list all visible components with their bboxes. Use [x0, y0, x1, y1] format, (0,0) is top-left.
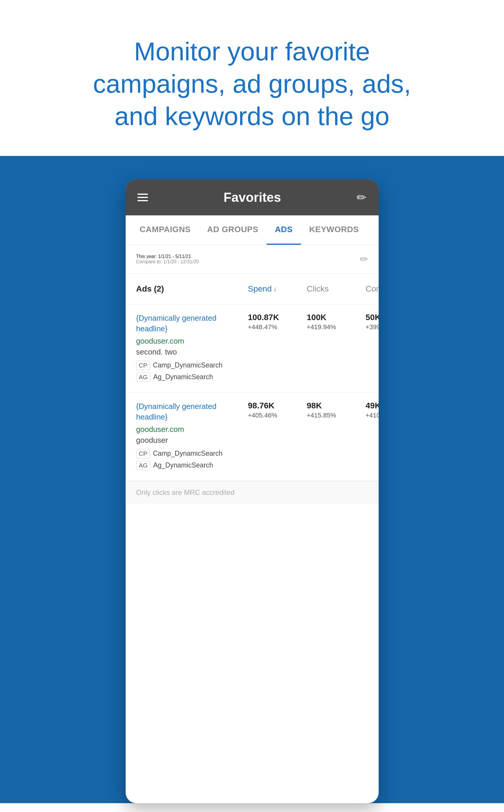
date-range-row: This year: 1/1/21 - 5/11/21 Compare to: … [126, 245, 379, 274]
ad-url[interactable]: gooduser.com [136, 337, 233, 346]
conv-col: 49K +410.35% [361, 401, 379, 419]
col-header-clicks[interactable]: Clicks [302, 279, 361, 298]
hero-title: Monitor your favorite campaigns, ad grou… [90, 35, 414, 132]
app-container: Favorites ✏ CAMPAIGNS AD GROUPS ADS KEYW… [0, 156, 504, 803]
ad-description: gooduser [136, 436, 233, 445]
tab-campaigns[interactable]: CAMPAIGNS [132, 215, 199, 245]
table-header: Ads (2) Spend ↓ Clicks Conv. C... [126, 274, 379, 305]
pencil-icon[interactable]: ✏ [357, 191, 367, 204]
campaign-tag-row: CP Camp_DynamicSearch [136, 361, 233, 370]
date-compare: Compare to: 1/1/20 - 12/31/20 [136, 259, 199, 264]
clicks-change: +415.85% [307, 412, 356, 419]
conv-change: +399.59% [366, 323, 379, 331]
spend-col: 100.87K +448.47% [243, 313, 302, 331]
row-name-col: {Dynamically generated headline} gooduse… [126, 401, 243, 472]
ad-url[interactable]: gooduser.com [136, 425, 233, 434]
clicks-value: 100K [307, 313, 356, 322]
hero-section: Monitor your favorite campaigns, ad grou… [0, 0, 504, 156]
spend-change: +405.46% [248, 412, 297, 419]
col-header-name: Ads (2) [126, 279, 243, 298]
ag-badge: AG [136, 372, 150, 382]
conv-change: +410.35% [366, 412, 379, 419]
tab-adgroups[interactable]: AD GROUPS [199, 215, 267, 245]
col-header-spend[interactable]: Spend ↓ [243, 279, 302, 298]
adgroup-name: Ag_DynamicSearch [153, 461, 213, 469]
tab-keywords[interactable]: KEYWORDS [301, 215, 367, 245]
adgroup-tag-row: AG Ag_DynamicSearch [136, 372, 233, 382]
date-primary: This year: 1/1/21 - 5/11/21 [136, 254, 199, 259]
table-row: {Dynamically generated headline} gooduse… [126, 393, 379, 481]
campaign-tag-row: CP Camp_DynamicSearch [136, 449, 233, 458]
ag-badge: AG [136, 461, 150, 470]
conv-value: 49K [366, 401, 379, 410]
clicks-change: +419.94% [307, 323, 356, 331]
adgroup-name: Ag_DynamicSearch [153, 373, 213, 381]
ad-description: second. two [136, 347, 233, 357]
phone-card: Favorites ✏ CAMPAIGNS AD GROUPS ADS KEYW… [126, 179, 379, 803]
row-name-col: {Dynamically generated headline} gooduse… [126, 313, 243, 384]
sort-arrow-icon: ↓ [273, 285, 277, 293]
clicks-value: 98K [307, 401, 356, 410]
tab-ads[interactable]: ADS [267, 215, 301, 245]
spend-value: 100.87K [248, 313, 297, 322]
date-range-text: This year: 1/1/21 - 5/11/21 Compare to: … [136, 254, 199, 264]
spend-col: 98.76K +405.46% [243, 401, 302, 419]
tab-bar: CAMPAIGNS AD GROUPS ADS KEYWORDS [126, 215, 379, 245]
campaign-name: Camp_DynamicSearch [153, 361, 222, 369]
date-edit-icon[interactable]: ✏ [360, 253, 368, 265]
table-row: {Dynamically generated headline} gooduse… [126, 305, 379, 393]
clicks-col: 100K +419.94% [302, 313, 361, 331]
footer-note: Only clicks are MRC accredited [126, 481, 379, 504]
cp-badge: CP [136, 361, 150, 370]
clicks-col: 98K +415.85% [302, 401, 361, 419]
cp-badge: CP [136, 449, 150, 458]
conv-col: 50K +399.59% [361, 313, 379, 331]
adgroup-tag-row: AG Ag_DynamicSearch [136, 461, 233, 470]
campaign-name: Camp_DynamicSearch [153, 450, 222, 457]
col-header-conv[interactable]: Conv. [361, 279, 379, 298]
ad-headline[interactable]: {Dynamically generated headline} [136, 401, 233, 422]
spend-change: +448.47% [248, 323, 297, 331]
conv-value: 50K [366, 313, 379, 322]
app-title: Favorites [224, 190, 281, 205]
hamburger-icon[interactable] [137, 194, 148, 201]
spend-value: 98.76K [248, 401, 297, 410]
app-header: Favorites ✏ [126, 179, 379, 215]
ad-headline[interactable]: {Dynamically generated headline} [136, 313, 233, 334]
